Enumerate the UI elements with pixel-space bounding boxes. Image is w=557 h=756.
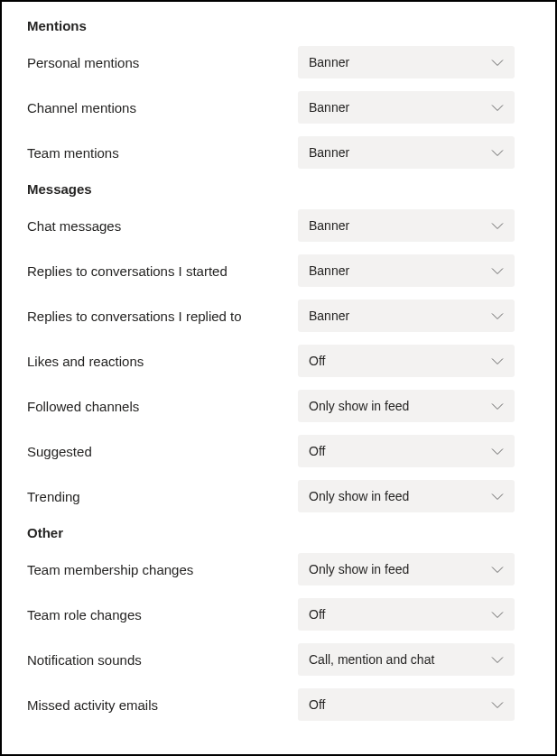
chevron-down-icon (491, 309, 504, 322)
section-messages: MessagesChat messagesBannerReplies to co… (27, 181, 530, 512)
setting-row-chat-messages: Chat messagesBanner (27, 209, 530, 242)
section-other: OtherTeam membership changesOnly show in… (27, 525, 530, 721)
dropdown-value-chat-messages: Banner (309, 218, 349, 233)
setting-label-chat-messages: Chat messages (27, 218, 298, 234)
setting-label-likes-reactions: Likes and reactions (27, 354, 298, 369)
chevron-down-icon (491, 698, 504, 711)
setting-label-team-mentions: Team mentions (27, 145, 298, 161)
chevron-down-icon (491, 355, 504, 367)
chevron-down-icon (491, 146, 504, 159)
setting-label-suggested: Suggested (27, 444, 298, 459)
dropdown-team-mentions[interactable]: Banner (298, 136, 515, 169)
dropdown-value-likes-reactions: Off (309, 354, 325, 368)
chevron-down-icon (491, 563, 504, 576)
dropdown-value-team-membership-changes: Only show in feed (309, 562, 409, 576)
chevron-down-icon (491, 653, 504, 666)
setting-label-notification-sounds: Notification sounds (27, 652, 298, 668)
chevron-down-icon (491, 101, 504, 114)
dropdown-replies-replied[interactable]: Banner (298, 300, 515, 332)
setting-label-personal-mentions: Personal mentions (27, 55, 298, 70)
dropdown-personal-mentions[interactable]: Banner (298, 46, 515, 78)
setting-label-team-membership-changes: Team membership changes (27, 562, 298, 577)
setting-label-missed-activity-emails: Missed activity emails (27, 697, 298, 713)
dropdown-value-suggested: Off (309, 444, 325, 458)
dropdown-value-channel-mentions: Banner (309, 100, 349, 115)
dropdown-trending[interactable]: Only show in feed (298, 480, 515, 512)
dropdown-value-replies-replied: Banner (309, 309, 349, 323)
dropdown-value-team-mentions: Banner (309, 145, 349, 160)
chevron-down-icon (491, 608, 504, 621)
section-title-other: Other (27, 525, 530, 540)
chevron-down-icon (491, 445, 504, 457)
setting-row-replies-replied: Replies to conversations I replied toBan… (27, 300, 530, 332)
dropdown-channel-mentions[interactable]: Banner (298, 91, 515, 124)
chevron-down-icon (491, 56, 504, 69)
setting-row-replies-started: Replies to conversations I startedBanner (27, 254, 530, 287)
setting-row-trending: TrendingOnly show in feed (27, 480, 530, 512)
setting-label-channel-mentions: Channel mentions (27, 100, 298, 115)
section-title-messages: Messages (27, 181, 530, 197)
setting-row-notification-sounds: Notification soundsCall, mention and cha… (27, 643, 530, 676)
setting-row-followed-channels: Followed channelsOnly show in feed (27, 390, 530, 422)
dropdown-team-role-changes[interactable]: Off (298, 598, 515, 631)
setting-label-replies-replied: Replies to conversations I replied to (27, 309, 298, 324)
notification-settings: MentionsPersonal mentionsBannerChannel m… (27, 18, 530, 721)
dropdown-value-notification-sounds: Call, mention and chat (309, 652, 434, 667)
dropdown-suggested[interactable]: Off (298, 435, 515, 467)
setting-row-team-membership-changes: Team membership changesOnly show in feed (27, 553, 530, 585)
setting-label-team-role-changes: Team role changes (27, 607, 298, 622)
section-title-mentions: Mentions (27, 18, 530, 33)
chevron-down-icon (491, 219, 504, 232)
dropdown-team-membership-changes[interactable]: Only show in feed (298, 553, 515, 585)
dropdown-followed-channels[interactable]: Only show in feed (298, 390, 515, 422)
dropdown-replies-started[interactable]: Banner (298, 254, 515, 287)
dropdown-value-trending: Only show in feed (309, 489, 409, 503)
setting-row-team-role-changes: Team role changesOff (27, 598, 530, 631)
dropdown-likes-reactions[interactable]: Off (298, 345, 515, 377)
setting-row-team-mentions: Team mentionsBanner (27, 136, 530, 169)
setting-row-likes-reactions: Likes and reactionsOff (27, 345, 530, 377)
chevron-down-icon (491, 264, 504, 277)
dropdown-notification-sounds[interactable]: Call, mention and chat (298, 643, 515, 676)
dropdown-value-replies-started: Banner (309, 263, 349, 278)
setting-label-replies-started: Replies to conversations I started (27, 263, 298, 279)
setting-label-followed-channels: Followed channels (27, 399, 298, 414)
dropdown-value-followed-channels: Only show in feed (309, 399, 409, 413)
setting-row-personal-mentions: Personal mentionsBanner (27, 46, 530, 78)
dropdown-missed-activity-emails[interactable]: Off (298, 688, 515, 721)
chevron-down-icon (491, 490, 504, 502)
setting-row-suggested: SuggestedOff (27, 435, 530, 467)
setting-label-trending: Trending (27, 489, 298, 504)
dropdown-value-personal-mentions: Banner (309, 55, 349, 69)
setting-row-missed-activity-emails: Missed activity emailsOff (27, 688, 530, 721)
dropdown-value-team-role-changes: Off (309, 607, 325, 622)
section-mentions: MentionsPersonal mentionsBannerChannel m… (27, 18, 530, 169)
setting-row-channel-mentions: Channel mentionsBanner (27, 91, 530, 124)
chevron-down-icon (491, 400, 504, 412)
dropdown-value-missed-activity-emails: Off (309, 697, 325, 712)
dropdown-chat-messages[interactable]: Banner (298, 209, 515, 242)
